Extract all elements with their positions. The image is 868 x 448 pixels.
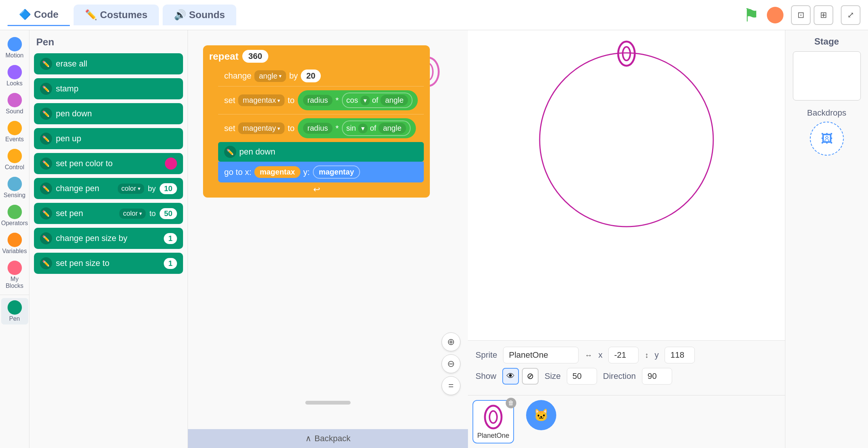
show-visible-button[interactable]: 👁 — [502, 368, 519, 385]
myblocks-label: My Blocks — [3, 276, 27, 289]
block-pen-up-label: pen up — [56, 134, 177, 144]
sidebar-item-pen[interactable]: Pen — [1, 298, 28, 324]
sin-block[interactable]: sin ▾ of angle — [342, 120, 411, 136]
sidebar-item-sound[interactable]: Sound — [1, 91, 28, 117]
pen-pencil-icon: ✏️ — [40, 58, 52, 70]
sprite-delete-button[interactable]: 🗑 — [506, 398, 516, 408]
radius-pill-1[interactable]: radius — [303, 95, 332, 106]
zoom-in-button[interactable]: ⊕ — [442, 332, 460, 351]
multiply-2: * — [336, 124, 339, 133]
block-set-pen-color[interactable]: ✏️ set pen color to — [34, 153, 183, 174]
motion-dot — [8, 37, 22, 51]
sidebar-item-variables[interactable]: Variables — [1, 230, 28, 257]
x-coord-input[interactable] — [608, 347, 639, 363]
add-backdrop-button[interactable]: 🖼 — [810, 122, 844, 156]
layout-split-button[interactable]: ⊡ — [791, 5, 811, 25]
show-hidden-button[interactable]: ⊘ — [522, 368, 539, 385]
change-pen-size-amount[interactable]: 1 — [164, 233, 177, 244]
script-set-magentax-block[interactable]: set magentax ▾ to radius * cos ▾ — [218, 86, 424, 114]
pen-color-icon: ✏️ — [40, 158, 52, 170]
layout-wide-button[interactable]: ⊞ — [814, 5, 833, 25]
radius-cos-operator: radius * cos ▾ of angle — [298, 90, 418, 110]
cos-dropdown[interactable]: ▾ — [360, 96, 370, 105]
sidebar-item-motion[interactable]: Motion — [1, 35, 28, 61]
set-pen-size-value[interactable]: 1 — [164, 258, 177, 269]
script-canvas[interactable]: repeat 360 change angle ▾ by 20 — [188, 30, 468, 425]
magentay-dropdown[interactable]: magentay ▾ — [238, 122, 285, 134]
green-flag-button[interactable]: ⚑ — [743, 5, 759, 26]
zoom-reset-button[interactable]: = — [442, 376, 460, 395]
looks-dot — [8, 65, 22, 79]
sprite-thumbnail-planetone[interactable]: 🗑 PlanetOne — [472, 400, 514, 443]
sidebar-item-control[interactable]: Control — [1, 147, 28, 173]
backpack-bar[interactable]: ∧ Backpack — [188, 429, 468, 448]
y-coord-label: y — [654, 350, 659, 360]
angle-cos-val[interactable]: angle — [380, 95, 408, 106]
block-erase-all[interactable]: ✏️ erase all — [34, 53, 183, 74]
goto-x-val[interactable]: magentax — [254, 166, 300, 178]
script-goto-block[interactable]: go to x: magentax y: magentay — [218, 162, 424, 182]
size-input[interactable] — [567, 368, 597, 385]
script-set-magentay-block[interactable]: set magentay ▾ to radius * sin ▾ of — [218, 114, 424, 142]
angle-sin-val[interactable]: angle — [379, 123, 406, 134]
fullscreen-button[interactable]: ⤢ — [841, 5, 860, 25]
sprite-name-input[interactable] — [503, 347, 579, 363]
goto-label: go to x: — [224, 167, 251, 177]
block-change-pen-color[interactable]: ✏️ change pen color ▾ by 10 — [34, 178, 183, 199]
block-set-pen-property[interactable]: ✏️ set pen color ▾ to 50 — [34, 203, 183, 224]
horizontal-scrollbar[interactable] — [305, 401, 351, 405]
block-pen-up[interactable]: ✏️ pen up — [34, 128, 183, 149]
code-icon: 🔷 — [19, 9, 31, 20]
events-label: Events — [5, 136, 24, 143]
angle-dropdown[interactable]: angle ▾ — [254, 70, 286, 82]
show-buttons: 👁 ⊘ — [502, 368, 539, 385]
cos-block[interactable]: cos ▾ of angle — [342, 93, 413, 108]
change-pen-color-amount[interactable]: 10 — [160, 183, 177, 194]
add-sprite-icon: 🐱 — [534, 408, 549, 422]
direction-input[interactable] — [642, 368, 672, 385]
cos-label: cos — [346, 96, 358, 105]
pen-down-icon: ✏️ — [40, 108, 52, 120]
radius-pill-2[interactable]: radius — [303, 123, 332, 134]
sound-dot — [8, 93, 22, 107]
sounds-tab-label: Sounds — [189, 9, 225, 21]
sidebar-item-sensing[interactable]: Sensing — [1, 175, 28, 201]
multiply-1: * — [336, 96, 339, 105]
pen-color-dropdown[interactable]: color ▾ — [118, 184, 144, 194]
script-change-angle-block[interactable]: change angle ▾ by 20 — [218, 66, 424, 86]
repeat-count[interactable]: 360 — [242, 50, 268, 63]
block-pen-down[interactable]: ✏️ pen down — [34, 103, 183, 124]
sound-label: Sound — [6, 108, 23, 115]
magentax-dropdown[interactable]: magentax ▾ — [238, 94, 285, 106]
svg-point-2 — [623, 47, 630, 60]
block-stamp[interactable]: ✏️ stamp — [34, 78, 183, 99]
costumes-tab[interactable]: ✏️ Costumes — [74, 5, 159, 25]
sprite-thumb-image — [480, 404, 506, 430]
pen-property-dropdown[interactable]: color ▾ — [119, 209, 146, 219]
zoom-controls: ⊕ ⊖ = — [442, 332, 460, 395]
x-coord-label: x — [598, 350, 602, 360]
sin-dropdown[interactable]: ▾ — [358, 124, 368, 133]
blocks-panel: Pen ✏️ erase all ✏️ stamp ✏️ pen down ✏️… — [29, 30, 188, 448]
goto-y-val[interactable]: magentay — [313, 165, 360, 179]
sidebar-item-looks[interactable]: Looks — [1, 63, 28, 89]
backdrops-label: Backdrops — [791, 108, 862, 118]
sidebar-item-operators[interactable]: Operators — [1, 202, 28, 229]
sidebar-item-events[interactable]: Events — [1, 119, 28, 145]
stop-button[interactable] — [767, 7, 783, 23]
y-arrow-icon: ↕ — [645, 351, 648, 360]
block-set-pen-size[interactable]: ✏️ set pen size to 1 — [34, 253, 183, 274]
sidebar-item-myblocks[interactable]: My Blocks — [1, 258, 28, 292]
add-backdrop-icon: 🖼 — [821, 132, 833, 146]
add-sprite-button[interactable]: 🐱 — [526, 400, 556, 430]
code-tab[interactable]: 🔷 Code — [8, 4, 70, 26]
block-change-pen-size-label: change pen size by — [56, 233, 160, 243]
script-pen-down-block[interactable]: ✏️ pen down — [218, 142, 424, 162]
y-coord-input[interactable] — [665, 347, 695, 363]
sounds-tab[interactable]: 🔊 Sounds — [163, 5, 236, 25]
pen-color-swatch[interactable] — [165, 158, 177, 170]
block-change-pen-size[interactable]: ✏️ change pen size by 1 — [34, 228, 183, 249]
by-val-1[interactable]: 20 — [301, 70, 320, 82]
zoom-out-button[interactable]: ⊖ — [442, 354, 460, 373]
set-pen-prop-value[interactable]: 50 — [160, 208, 177, 219]
